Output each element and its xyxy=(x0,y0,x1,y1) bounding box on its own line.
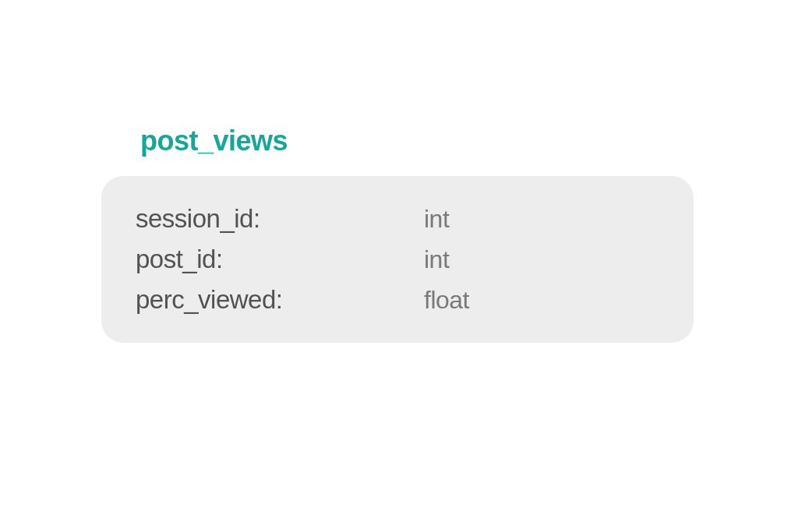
field-type: float xyxy=(424,286,469,315)
schema-diagram: post_views session_id: int post_id: int … xyxy=(101,125,694,343)
field-row: post_id: int xyxy=(136,245,659,274)
schema-title: post_views xyxy=(140,125,694,157)
field-name: post_id: xyxy=(136,245,424,274)
field-name: session_id: xyxy=(136,204,424,234)
field-name: perc_viewed: xyxy=(136,285,424,315)
field-type: int xyxy=(424,205,449,234)
field-type: int xyxy=(424,245,449,274)
field-row: perc_viewed: float xyxy=(136,285,659,315)
field-row: session_id: int xyxy=(136,204,659,234)
schema-fields-box: session_id: int post_id: int perc_viewed… xyxy=(101,176,694,343)
